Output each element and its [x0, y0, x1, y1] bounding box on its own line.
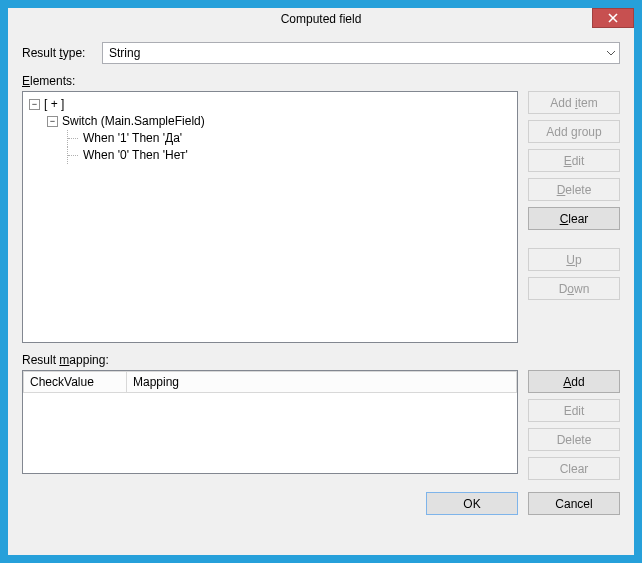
- result-type-value: String: [109, 46, 140, 60]
- cancel-button[interactable]: Cancel: [528, 492, 620, 515]
- mapping-table-body: [23, 393, 517, 473]
- window-title: Computed field: [281, 12, 362, 26]
- close-icon: [608, 13, 618, 23]
- tree-root[interactable]: − [ + ]: [25, 96, 515, 113]
- clear-button[interactable]: Clear: [528, 207, 620, 230]
- titlebar: Computed field: [8, 8, 634, 30]
- dialog-footer: OK Cancel: [22, 480, 620, 515]
- mapping-delete-button[interactable]: Delete: [528, 428, 620, 451]
- collapse-icon[interactable]: −: [47, 116, 58, 127]
- up-button[interactable]: Up: [528, 248, 620, 271]
- column-checkvalue[interactable]: CheckValue: [23, 371, 127, 393]
- down-button[interactable]: Down: [528, 277, 620, 300]
- mapping-add-button[interactable]: Add: [528, 370, 620, 393]
- ok-button[interactable]: OK: [426, 492, 518, 515]
- result-mapping-label: Result mapping:: [22, 353, 620, 367]
- chevron-down-icon: [607, 46, 615, 60]
- elements-tree[interactable]: − [ + ] − Switch (Main.SampleField) When…: [22, 91, 518, 343]
- mapping-edit-button[interactable]: Edit: [528, 399, 620, 422]
- column-mapping[interactable]: Mapping: [127, 371, 517, 393]
- close-button[interactable]: [592, 8, 634, 28]
- tree-connector-icon: [67, 130, 81, 147]
- result-type-select[interactable]: String: [102, 42, 620, 64]
- delete-button[interactable]: Delete: [528, 178, 620, 201]
- mapping-table-header: CheckValue Mapping: [23, 371, 517, 393]
- elements-button-column: Add item Add group Edit Delete Clear: [528, 91, 620, 343]
- tree-when-0[interactable]: When '0' Then 'Нет': [25, 147, 515, 164]
- mapping-clear-button[interactable]: Clear: [528, 457, 620, 480]
- edit-button[interactable]: Edit: [528, 149, 620, 172]
- add-group-button[interactable]: Add group: [528, 120, 620, 143]
- result-type-label: Result type:: [22, 46, 102, 60]
- mapping-table[interactable]: CheckValue Mapping: [22, 370, 518, 474]
- collapse-icon[interactable]: −: [29, 99, 40, 110]
- mapping-button-column: Add Edit Delete Clear: [528, 370, 620, 480]
- elements-label: Elements:: [22, 74, 620, 88]
- tree-connector-icon: [67, 147, 81, 164]
- tree-when-1[interactable]: When '1' Then 'Да': [25, 130, 515, 147]
- add-item-button[interactable]: Add item: [528, 91, 620, 114]
- dialog-window: Computed field Result type: String: [8, 8, 634, 555]
- tree-switch[interactable]: − Switch (Main.SampleField): [25, 113, 515, 130]
